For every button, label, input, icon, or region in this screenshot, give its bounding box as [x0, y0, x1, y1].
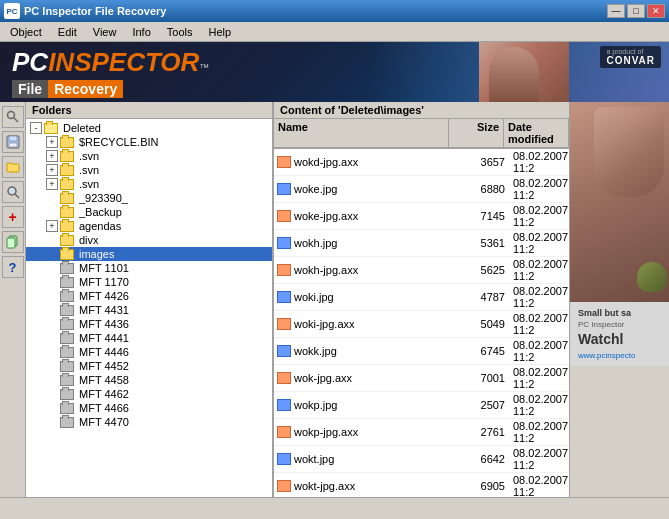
tool-help[interactable]: ? — [2, 256, 24, 278]
tree-expand-btn[interactable]: + — [46, 164, 58, 176]
menu-item-info[interactable]: Info — [124, 24, 158, 40]
tree-item[interactable]: MFT 4458 — [26, 373, 272, 387]
tree-expand-btn[interactable]: + — [46, 136, 58, 148]
tree-item-label: MFT 4431 — [79, 304, 129, 316]
tree-item[interactable]: -Deleted — [26, 121, 272, 135]
tool-search[interactable] — [2, 106, 24, 128]
file-size: 2507 — [454, 399, 509, 411]
file-date: 08.02.2007 11:2 — [509, 447, 569, 471]
tree-item[interactable]: +.svn — [26, 163, 272, 177]
tree-item[interactable]: MFT 4431 — [26, 303, 272, 317]
tree-item[interactable]: MFT 1170 — [26, 275, 272, 289]
tree-item-label: agendas — [79, 220, 121, 232]
file-name: woke.jpg — [294, 183, 454, 195]
file-row[interactable]: wokd-jpg.axx365708.02.2007 11:2 — [274, 149, 569, 176]
file-row[interactable]: wok-jpg.axx700108.02.2007 11:2 — [274, 365, 569, 392]
tree-item-label: .svn — [79, 178, 99, 190]
file-row[interactable]: woke-jpg.axx714508.02.2007 11:2 — [274, 203, 569, 230]
file-size: 7001 — [454, 372, 509, 384]
tree-expand-btn[interactable]: + — [46, 220, 58, 232]
tree-item-label: $RECYCLE.BIN — [79, 136, 158, 148]
file-name: woki.jpg — [294, 291, 454, 303]
file-row[interactable]: wokh-jpg.axx562508.02.2007 11:2 — [274, 257, 569, 284]
tree-expand-btn[interactable]: + — [46, 150, 58, 162]
tool-add[interactable]: + — [2, 206, 24, 228]
tree-item[interactable]: MFT 4426 — [26, 289, 272, 303]
tree-expand-btn[interactable]: + — [46, 178, 58, 190]
tree-item[interactable]: +agendas — [26, 219, 272, 233]
file-name: wokt-jpg.axx — [294, 480, 454, 492]
file-date: 08.02.2007 11:2 — [509, 258, 569, 282]
file-list[interactable]: wokd-jpg.axx365708.02.2007 11:2woke.jpg6… — [274, 149, 569, 497]
tree-item-label: .svn — [79, 164, 99, 176]
file-row[interactable]: wokt.jpg664208.02.2007 11:2 — [274, 446, 569, 473]
folder-panel-header: Folders — [26, 102, 272, 119]
tree-item[interactable]: +$RECYCLE.BIN — [26, 135, 272, 149]
tree-item-label: divx — [79, 234, 99, 246]
tree-item-label: MFT 4452 — [79, 360, 129, 372]
svg-line-6 — [15, 194, 19, 198]
file-row[interactable]: wokk.jpg674508.02.2007 11:2 — [274, 338, 569, 365]
file-icon — [277, 210, 291, 222]
col-header-size[interactable]: Size — [449, 119, 504, 147]
tree-item[interactable]: _923390_ — [26, 191, 272, 205]
folder-icon — [60, 291, 74, 302]
menu-item-object[interactable]: Object — [2, 24, 50, 40]
maximize-button[interactable]: □ — [627, 4, 645, 18]
tree-item[interactable]: MFT 4436 — [26, 317, 272, 331]
close-button[interactable]: ✕ — [647, 4, 665, 18]
ad-content: Small but sa PC Inspector Watchl www.pci… — [570, 302, 669, 366]
file-row[interactable]: woki.jpg478708.02.2007 11:2 — [274, 284, 569, 311]
minimize-button[interactable]: — — [607, 4, 625, 18]
tree-item[interactable]: +.svn — [26, 177, 272, 191]
menu-item-tools[interactable]: Tools — [159, 24, 201, 40]
tool-copy[interactable] — [2, 231, 24, 253]
folder-icon — [60, 193, 74, 204]
tool-save[interactable] — [2, 131, 24, 153]
tree-item[interactable]: MFT 4470 — [26, 415, 272, 429]
file-date: 08.02.2007 11:2 — [509, 204, 569, 228]
file-panel: Content of 'Deleted\images' Name Size Da… — [274, 102, 569, 497]
tree-item[interactable]: MFT 1101 — [26, 261, 272, 275]
file-row[interactable]: woke.jpg688008.02.2007 11:2 — [274, 176, 569, 203]
file-date: 08.02.2007 11:2 — [509, 420, 569, 444]
file-list-header: Name Size Date modified — [274, 119, 569, 149]
tree-item[interactable]: +.svn — [26, 149, 272, 163]
col-header-name[interactable]: Name — [274, 119, 449, 147]
file-name: wokh.jpg — [294, 237, 454, 249]
tree-item[interactable]: MFT 4462 — [26, 387, 272, 401]
file-date: 08.02.2007 11:2 — [509, 177, 569, 201]
folder-tree[interactable]: -Deleted+$RECYCLE.BIN+.svn+.svn+.svn_923… — [26, 119, 272, 497]
tool-folder[interactable] — [2, 156, 24, 178]
file-name: wokp.jpg — [294, 399, 454, 411]
file-size: 7145 — [454, 210, 509, 222]
tree-item[interactable]: images — [26, 247, 272, 261]
tree-item[interactable]: MFT 4441 — [26, 331, 272, 345]
file-row[interactable]: wokp-jpg.axx276108.02.2007 11:2 — [274, 419, 569, 446]
file-name: wokd-jpg.axx — [294, 156, 454, 168]
toolbar: + ? — [0, 102, 26, 497]
file-row[interactable]: wokh.jpg536108.02.2007 11:2 — [274, 230, 569, 257]
folder-icon — [60, 151, 74, 162]
tree-item[interactable]: MFT 4466 — [26, 401, 272, 415]
tree-item[interactable]: MFT 4452 — [26, 359, 272, 373]
file-date: 08.02.2007 11:2 — [509, 312, 569, 336]
menu-item-help[interactable]: Help — [200, 24, 239, 40]
tree-item[interactable]: MFT 4446 — [26, 345, 272, 359]
header-banner: PC INSPECTOR ™ File Recovery a product o… — [0, 42, 669, 102]
file-size: 3657 — [454, 156, 509, 168]
tree-item[interactable]: divx — [26, 233, 272, 247]
file-row[interactable]: wokt-jpg.axx690508.02.2007 11:2 — [274, 473, 569, 497]
tool-find[interactable] — [2, 181, 24, 203]
col-header-date[interactable]: Date modified — [504, 119, 569, 147]
file-row[interactable]: woki-jpg.axx504908.02.2007 11:2 — [274, 311, 569, 338]
folder-icon — [60, 165, 74, 176]
file-row[interactable]: wokp.jpg250708.02.2007 11:2 — [274, 392, 569, 419]
tree-expand-btn[interactable]: - — [30, 122, 42, 134]
menu-item-edit[interactable]: Edit — [50, 24, 85, 40]
tree-item[interactable]: _Backup — [26, 205, 272, 219]
folder-icon — [60, 221, 74, 232]
folder-icon — [60, 263, 74, 274]
menu-item-view[interactable]: View — [85, 24, 125, 40]
file-name: wokk.jpg — [294, 345, 454, 357]
